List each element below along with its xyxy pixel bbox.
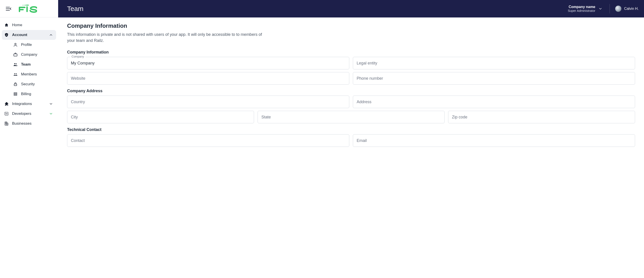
user-name: Calvin H.: [624, 7, 639, 11]
state-field-wrapper: [258, 111, 444, 123]
section-company-address-title: Company Address: [67, 89, 635, 93]
sidebar-item-profile[interactable]: Profile: [2, 40, 56, 50]
sidebar-item-developers[interactable]: Developers: [2, 109, 56, 119]
svg-point-3: [22, 5, 23, 5]
sidebar-item-label: Security: [21, 82, 35, 86]
address-field-wrapper: [353, 96, 635, 108]
sidebar-item-billing[interactable]: Billing: [2, 89, 56, 99]
company-field-wrapper: Company: [67, 57, 349, 69]
section-technical-contact-title: Technical Contact: [67, 127, 635, 132]
sidebar-item-team[interactable]: Team: [2, 60, 56, 69]
svg-point-9: [15, 43, 16, 45]
city-input[interactable]: [67, 111, 254, 123]
svg-point-7: [27, 5, 28, 6]
company-role: Super Administrator: [568, 9, 595, 13]
company-float-label: Company: [70, 55, 86, 58]
svg-point-6: [26, 5, 27, 6]
building-icon: [4, 121, 9, 126]
members-icon: [13, 72, 18, 77]
brand-logo: [17, 4, 44, 13]
sidebar-item-label: Team: [21, 62, 31, 67]
zip-field-wrapper: [448, 111, 635, 123]
svg-rect-15: [14, 84, 17, 86]
sidebar-item-label: Company: [21, 52, 37, 57]
team-icon: [13, 62, 18, 67]
chevron-down-icon: [48, 112, 54, 116]
country-input[interactable]: [67, 96, 349, 108]
user-icon: [13, 43, 18, 47]
svg-point-14: [16, 73, 16, 74]
chevron-down-icon: [48, 102, 54, 106]
zip-input[interactable]: [448, 111, 635, 123]
phone-input[interactable]: [353, 72, 635, 85]
svg-point-11: [14, 63, 16, 64]
website-field-wrapper: [67, 72, 349, 85]
page-title: Company Information: [67, 22, 635, 29]
city-field-wrapper: [67, 111, 254, 123]
code-box-icon: [4, 111, 9, 116]
state-input[interactable]: [258, 111, 444, 123]
svg-rect-17: [14, 94, 17, 95]
sidebar-item-label: Developers: [12, 111, 31, 116]
billing-icon: [13, 92, 18, 96]
email-field-wrapper: [353, 134, 635, 147]
page-description: This information is private and is not s…: [67, 32, 268, 44]
sidebar-item-company[interactable]: Company: [2, 50, 56, 60]
shield-check-icon: [4, 33, 9, 37]
email-input[interactable]: [353, 134, 635, 147]
country-field-wrapper: [67, 96, 349, 108]
sidebar-item-label: Integrations: [12, 102, 32, 106]
sidebar-item-label: Members: [21, 72, 37, 77]
contact-input[interactable]: [67, 134, 349, 147]
user-menu[interactable]: Calvin H.: [615, 6, 639, 12]
sidebar: Home Account Profile Company: [0, 18, 58, 278]
chevron-up-icon: [48, 33, 54, 37]
sidebar-toggle-button[interactable]: [5, 6, 12, 12]
sidebar-item-security[interactable]: Security: [2, 79, 56, 89]
lock-icon: [13, 82, 18, 86]
chevron-down-icon: [598, 7, 602, 11]
svg-rect-18: [5, 112, 8, 115]
sidebar-item-members[interactable]: Members: [2, 69, 56, 79]
sidebar-item-label: Account: [12, 33, 27, 37]
phone-field-wrapper: [353, 72, 635, 85]
sidebar-item-businesses[interactable]: Businesses: [2, 119, 56, 128]
contact-field-wrapper: [67, 134, 349, 147]
sidebar-item-label: Profile: [21, 43, 32, 47]
legal-entity-field-wrapper: [353, 57, 635, 69]
svg-point-5: [25, 5, 26, 6]
company-input[interactable]: [67, 57, 349, 69]
svg-rect-10: [14, 54, 17, 56]
page-header-title: Team: [67, 5, 84, 13]
svg-point-13: [14, 73, 15, 74]
avatar: [615, 6, 622, 12]
app-header: Team Company name Super Administrator Ca…: [58, 0, 644, 18]
svg-point-12: [16, 63, 17, 64]
main-content: Company Information This information is …: [58, 18, 644, 278]
briefcase-icon: [13, 52, 18, 57]
address-input[interactable]: [353, 96, 635, 108]
menu-collapse-icon: [6, 7, 12, 11]
svg-rect-20: [7, 123, 8, 125]
header-divider: [610, 4, 610, 14]
sidebar-item-label: Businesses: [12, 121, 32, 126]
svg-point-4: [24, 5, 24, 5]
home-icon: [4, 23, 9, 27]
sidebar-item-label: Billing: [21, 92, 31, 96]
sidebar-item-label: Home: [12, 23, 22, 27]
section-company-info-title: Company Information: [67, 50, 635, 55]
legal-entity-input[interactable]: [353, 57, 635, 69]
sidebar-item-account[interactable]: Account: [2, 30, 56, 40]
company-switcher[interactable]: Company name Super Administrator: [566, 5, 604, 13]
svg-rect-16: [14, 93, 17, 94]
puzzle-icon: [4, 102, 9, 106]
company-name: Company name: [568, 5, 595, 9]
sidebar-item-integrations[interactable]: Integrations: [2, 99, 56, 109]
website-input[interactable]: [67, 72, 349, 85]
sidebar-item-home[interactable]: Home: [2, 20, 56, 30]
sidebar-top: [0, 0, 58, 18]
